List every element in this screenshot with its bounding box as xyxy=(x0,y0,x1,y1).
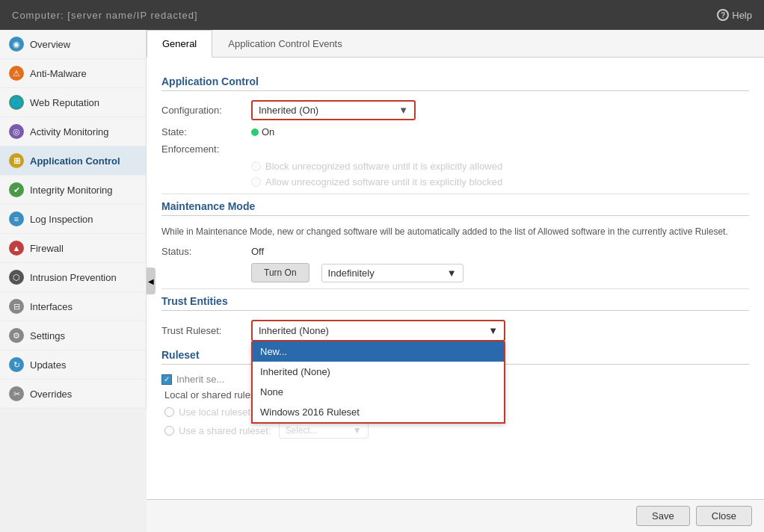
sidebar-item-activity-monitoring[interactable]: ◎Activity Monitoring xyxy=(0,117,146,146)
enforcement-radio-1[interactable] xyxy=(251,161,261,171)
duration-select[interactable]: Indefinitely ▼ xyxy=(321,264,463,282)
sidebar-label-anti-malware: Anti-Malware xyxy=(30,68,87,79)
maintenance-description: While in Maintenance Mode, new or change… xyxy=(161,225,749,238)
sidebar-item-log-inspection[interactable]: ≡Log Inspection xyxy=(0,205,146,234)
sidebar-label-web-reputation: Web Reputation xyxy=(30,97,99,108)
section-divider-2 xyxy=(161,288,749,289)
sidebar-label-interfaces: Interfaces xyxy=(30,301,73,312)
sidebar-label-updates: Updates xyxy=(30,359,66,371)
enforcement-radio-1-row[interactable]: Block unrecognized software until it is … xyxy=(251,161,749,172)
content-area: Application Control Configuration: Inher… xyxy=(147,58,764,499)
main-content: GeneralApplication Control Events Applic… xyxy=(147,30,764,532)
inherit-label: Inherit se... xyxy=(176,374,224,385)
firewall-icon: ▲ xyxy=(9,241,24,256)
settings-icon: ⚙ xyxy=(9,328,24,343)
help-button[interactable]: ? Help xyxy=(717,9,752,21)
maintenance-mode-header: Maintenance Mode xyxy=(161,200,749,216)
shared-ruleset-radio-row[interactable]: Use a shared ruleset: Select... ▼ xyxy=(164,422,749,439)
footer: Save Close xyxy=(147,499,764,532)
state-dot xyxy=(251,129,259,136)
close-button[interactable]: Close xyxy=(696,506,752,526)
overview-icon: ◉ xyxy=(9,37,24,52)
sidebar-wrapper: ◉Overview⚠Anti-Malware🌐Web Reputation◎Ac… xyxy=(0,30,147,532)
turn-on-button[interactable]: Turn On xyxy=(251,263,309,282)
trust-ruleset-container: Inherited (None) ▼ New...Inherited (None… xyxy=(251,320,505,341)
integrity-monitoring-icon: ✔ xyxy=(9,182,24,197)
sidebar-label-overrides: Overrides xyxy=(30,389,72,400)
log-inspection-icon: ≡ xyxy=(9,211,24,226)
section-divider-1 xyxy=(161,194,749,194)
tab-general[interactable]: General xyxy=(147,30,212,58)
shared-ruleset-select[interactable]: Select... ▼ xyxy=(279,422,369,439)
tab-bar: GeneralApplication Control Events xyxy=(147,30,764,58)
inherit-checkbox[interactable] xyxy=(161,374,172,385)
sidebar-item-intrusion-prevention[interactable]: ⬡Intrusion Prevention xyxy=(0,263,146,292)
configuration-label: Configuration: xyxy=(161,105,251,116)
anti-malware-icon: ⚠ xyxy=(9,66,24,81)
state-label: State: xyxy=(161,126,251,137)
sidebar-item-overview[interactable]: ◉Overview xyxy=(0,30,146,59)
sidebar-label-firewall: Firewall xyxy=(30,243,64,254)
sidebar-item-application-control[interactable]: ⊞Application Control xyxy=(0,146,146,176)
overrides-icon: ✂ xyxy=(9,386,24,401)
shared-select-arrow: ▼ xyxy=(353,425,362,436)
application-control-icon: ⊞ xyxy=(9,153,24,168)
sidebar-item-interfaces[interactable]: ⊟Interfaces xyxy=(0,292,146,321)
enforcement-radio-2[interactable] xyxy=(251,177,261,187)
trust-ruleset-select[interactable]: Inherited (None) ▼ xyxy=(251,320,505,341)
sidebar-item-settings[interactable]: ⚙Settings xyxy=(0,321,146,350)
sidebar-item-updates[interactable]: ↻Updates xyxy=(0,350,146,380)
sidebar-label-intrusion-prevention: Intrusion Prevention xyxy=(30,272,117,283)
trust-entities-header: Trust Entities xyxy=(161,295,749,311)
trust-dropdown-item-windows-2016[interactable]: Windows 2016 Ruleset xyxy=(253,402,504,422)
interfaces-icon: ⊟ xyxy=(9,299,24,314)
enforcement-row: Enforcement: xyxy=(161,143,749,155)
sidebar-label-activity-monitoring: Activity Monitoring xyxy=(30,126,108,137)
tab-app-control-events[interactable]: Application Control Events xyxy=(212,30,357,58)
status-value: Off xyxy=(251,246,264,257)
state-row: State: On xyxy=(161,126,749,137)
activity-monitoring-icon: ◎ xyxy=(9,124,24,139)
duration-arrow: ▼ xyxy=(447,267,457,279)
state-value: On xyxy=(262,126,274,137)
shared-ruleset-radio[interactable] xyxy=(164,426,174,436)
trust-ruleset-label: Trust Ruleset: xyxy=(161,325,251,336)
enforcement-radio-2-row[interactable]: Allow unrecognized software until it is … xyxy=(251,176,749,188)
trust-select-arrow: ▼ xyxy=(488,325,498,336)
web-reputation-icon: 🌐 xyxy=(9,95,24,110)
sidebar-item-overrides[interactable]: ✂Overrides xyxy=(0,380,146,409)
trust-dropdown-item-none[interactable]: None xyxy=(253,382,504,402)
trust-dropdown-item-inherited-none[interactable]: Inherited (None) xyxy=(253,362,504,382)
local-ruleset-radio[interactable] xyxy=(164,407,174,417)
sidebar-item-integrity-monitoring[interactable]: ✔Integrity Monitoring xyxy=(0,176,146,205)
turn-on-row: Turn On Indefinitely ▼ xyxy=(251,263,749,282)
enforcement-label: Enforcement: xyxy=(161,143,251,155)
window-title: Computer: [server name/IP redacted] xyxy=(12,10,198,21)
intrusion-prevention-icon: ⬡ xyxy=(9,270,24,285)
sidebar: ◉Overview⚠Anti-Malware🌐Web Reputation◎Ac… xyxy=(0,30,147,409)
sidebar-collapse-button[interactable]: ◀ xyxy=(147,267,155,294)
title-bar: Computer: [server name/IP redacted] ? He… xyxy=(0,0,764,30)
updates-icon: ↻ xyxy=(9,357,24,372)
sidebar-label-log-inspection: Log Inspection xyxy=(30,214,93,225)
sidebar-label-application-control: Application Control xyxy=(30,155,120,167)
trust-ruleset-dropdown: New...Inherited (None)NoneWindows 2016 R… xyxy=(251,341,505,424)
trust-dropdown-item-new[interactable]: New... xyxy=(253,341,504,362)
sidebar-item-web-reputation[interactable]: 🌐Web Reputation xyxy=(0,88,146,117)
configuration-select[interactable]: Inherited (On) ▼ xyxy=(251,100,416,120)
configuration-row: Configuration: Inherited (On) ▼ xyxy=(161,100,749,120)
sidebar-item-firewall[interactable]: ▲Firewall xyxy=(0,234,146,263)
config-select-arrow: ▼ xyxy=(398,105,408,116)
sidebar-label-integrity-monitoring: Integrity Monitoring xyxy=(30,185,113,196)
status-row: Status: Off xyxy=(161,246,749,257)
help-icon: ? xyxy=(717,9,729,21)
sidebar-label-overview: Overview xyxy=(30,39,70,50)
sidebar-item-anti-malware[interactable]: ⚠Anti-Malware xyxy=(0,59,146,88)
application-control-header: Application Control xyxy=(161,75,749,91)
status-label: Status: xyxy=(161,246,251,257)
save-button[interactable]: Save xyxy=(636,506,690,526)
trust-ruleset-row: Trust Ruleset: Inherited (None) ▼ New...… xyxy=(161,320,749,341)
sidebar-label-settings: Settings xyxy=(30,330,65,341)
main-layout: ◉Overview⚠Anti-Malware🌐Web Reputation◎Ac… xyxy=(0,30,764,532)
